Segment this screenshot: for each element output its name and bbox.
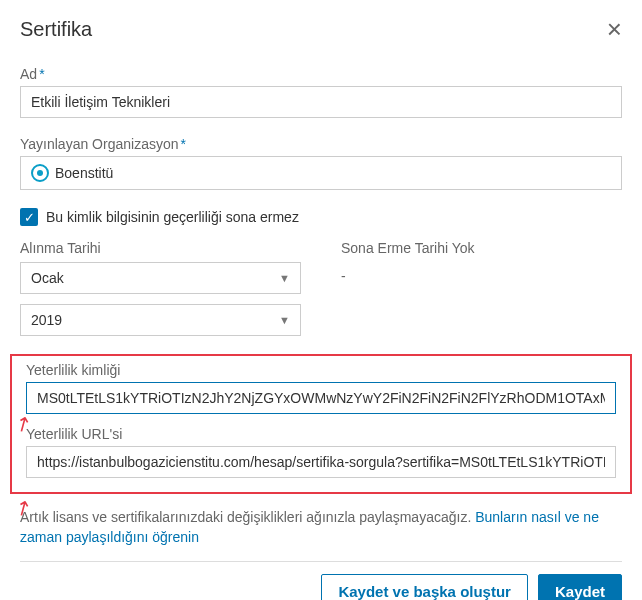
org-label-text: Yayınlayan Organizasyon <box>20 136 179 152</box>
credential-id-input[interactable] <box>26 382 616 414</box>
modal-title: Sertifika <box>20 18 92 41</box>
footer: Kaydet ve başka oluştur Kaydet <box>20 574 622 600</box>
issue-date-label: Alınma Tarihi <box>20 240 301 256</box>
required-star-icon: * <box>181 136 186 152</box>
issue-date-col: Alınma Tarihi Ocak ▼ 2019 ▼ <box>20 240 301 346</box>
field-credential-id: Yeterlilik kimliği <box>26 362 616 414</box>
issue-month-value: Ocak <box>31 270 64 286</box>
credential-id-label: Yeterlilik kimliği <box>26 362 616 378</box>
org-label: Yayınlayan Organizasyon* <box>20 136 622 152</box>
field-org: Yayınlayan Organizasyon* Boenstitü <box>20 136 622 190</box>
field-name: Ad* <box>20 66 622 118</box>
required-star-icon: * <box>39 66 44 82</box>
modal-header: Sertifika × <box>20 16 622 42</box>
chevron-down-icon: ▼ <box>279 314 290 326</box>
expiry-date-label: Sona Erme Tarihi Yok <box>341 240 622 256</box>
name-label: Ad* <box>20 66 622 82</box>
no-expiry-label: Bu kimlik bilgisinin geçerliliği sona er… <box>46 209 299 225</box>
save-button[interactable]: Kaydet <box>538 574 622 600</box>
org-input[interactable]: Boenstitü <box>20 156 622 190</box>
chevron-down-icon: ▼ <box>279 272 290 284</box>
date-row: Alınma Tarihi Ocak ▼ 2019 ▼ Sona Erme Ta… <box>20 240 622 346</box>
name-input[interactable] <box>20 86 622 118</box>
issue-year-select[interactable]: 2019 ▼ <box>20 304 301 336</box>
org-value: Boenstitü <box>55 165 113 181</box>
info-text: Artık lisans ve sertifikalarınızdaki değ… <box>20 508 622 547</box>
name-label-text: Ad <box>20 66 37 82</box>
credential-url-label: Yeterlilik URL'si <box>26 426 616 442</box>
checkbox-checked-icon[interactable]: ✓ <box>20 208 38 226</box>
info-text-content: Artık lisans ve sertifikalarınızdaki değ… <box>20 509 475 525</box>
certificate-modal: Sertifika × Ad* Yayınlayan Organizasyon*… <box>0 0 642 600</box>
close-icon[interactable]: × <box>607 16 622 42</box>
no-expiry-checkbox-row[interactable]: ✓ Bu kimlik bilgisinin geçerliliği sona … <box>20 208 622 226</box>
credential-url-input[interactable] <box>26 446 616 478</box>
issue-year-value: 2019 <box>31 312 62 328</box>
highlight-box: ↗ ↗ Yeterlilik kimliği Yeterlilik URL'si <box>10 354 632 494</box>
org-logo-icon <box>31 164 49 182</box>
issue-month-select[interactable]: Ocak ▼ <box>20 262 301 294</box>
expiry-date-col: Sona Erme Tarihi Yok - <box>341 240 622 346</box>
divider <box>20 561 622 562</box>
expiry-dash: - <box>341 262 622 284</box>
field-credential-url: Yeterlilik URL'si <box>26 426 616 478</box>
save-and-create-another-button[interactable]: Kaydet ve başka oluştur <box>321 574 528 600</box>
